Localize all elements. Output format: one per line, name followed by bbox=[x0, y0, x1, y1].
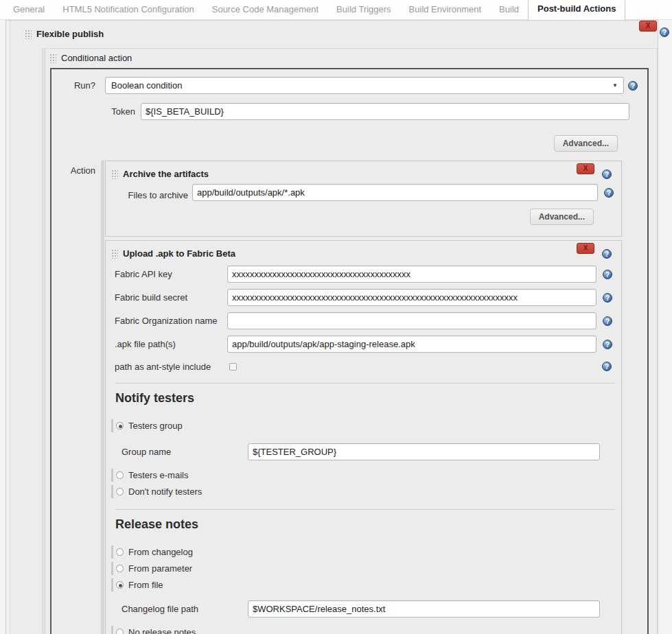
flexible-publish-title: Flexible publish bbox=[36, 29, 104, 39]
dont-notify-testers-label: Don't notify testers bbox=[128, 486, 202, 497]
tab-build[interactable]: Build bbox=[490, 0, 528, 19]
conditional-action-body: Run? Boolean condition ▼ ? Token Advance… bbox=[50, 68, 649, 634]
from-changelog-option: From changelog bbox=[111, 545, 621, 559]
from-file-radio[interactable] bbox=[116, 581, 124, 589]
drag-handle-icon[interactable] bbox=[24, 29, 32, 39]
testers-emails-option: Testers e-mails bbox=[111, 469, 621, 482]
config-tab-bar: General HTML5 Notification Configuration… bbox=[0, 0, 672, 20]
fabric-organization-name-input[interactable] bbox=[227, 312, 596, 329]
help-icon[interactable]: ? bbox=[628, 81, 638, 91]
delete-flexible-publish-button[interactable]: X bbox=[639, 21, 657, 32]
flexible-publish-section: X Flexible publish Conditional action Ru… bbox=[5, 20, 658, 634]
help-icon[interactable]: ? bbox=[604, 188, 614, 198]
fabric-beta-title: Upload .apk to Fabric Beta bbox=[123, 248, 235, 259]
apk-file-path-input[interactable] bbox=[227, 336, 596, 353]
from-parameter-radio[interactable] bbox=[116, 565, 124, 572]
drag-handle-icon[interactable] bbox=[111, 248, 118, 259]
action-list: X ? Archive the artifacts Files to archi… bbox=[101, 161, 623, 634]
drag-handle-icon[interactable] bbox=[49, 53, 56, 63]
from-parameter-label: From parameter bbox=[128, 563, 192, 574]
conditional-action-section: Conditional action Run? Boolean conditio… bbox=[42, 48, 658, 634]
from-changelog-radio[interactable] bbox=[116, 548, 124, 556]
archive-artifacts-title: Archive the artifacts bbox=[123, 169, 209, 179]
fabric-api-key-input[interactable] bbox=[227, 266, 596, 283]
tab-build-triggers[interactable]: Build Triggers bbox=[327, 0, 399, 19]
archive-artifacts-section: X ? Archive the artifacts Files to archi… bbox=[105, 161, 622, 237]
tab-build-environment[interactable]: Build Environment bbox=[400, 0, 491, 19]
advanced-button[interactable]: Advanced... bbox=[530, 209, 594, 225]
fabric-api-key-label: Fabric API key bbox=[115, 269, 227, 279]
dont-notify-testers-option: Don't notify testers bbox=[111, 485, 621, 498]
from-file-label: From file bbox=[128, 580, 163, 590]
delete-fabric-beta-button[interactable]: X bbox=[577, 243, 594, 254]
help-icon[interactable]: ? bbox=[602, 169, 612, 179]
divider bbox=[115, 509, 616, 510]
help-icon[interactable]: ? bbox=[660, 27, 669, 37]
group-name-input[interactable] bbox=[248, 443, 600, 460]
testers-group-option: Testers group bbox=[111, 419, 621, 432]
help-icon[interactable]: ? bbox=[602, 362, 612, 371]
conditional-action-title: Conditional action bbox=[61, 53, 132, 63]
chevron-down-icon: ▼ bbox=[612, 82, 618, 89]
release-notes-heading: Release notes bbox=[115, 517, 621, 532]
files-to-archive-input[interactable] bbox=[192, 184, 598, 201]
help-icon[interactable]: ? bbox=[603, 316, 612, 326]
fabric-beta-section: X ? Upload .apk to Fabric Beta Fabric AP… bbox=[105, 240, 622, 634]
token-input[interactable] bbox=[141, 103, 629, 120]
changelog-file-path-label: Changelog file path bbox=[121, 604, 248, 614]
no-release-notes-label: No release notes bbox=[128, 627, 196, 634]
testers-emails-label: Testers e-mails bbox=[128, 470, 188, 480]
apk-file-path-label: .apk file path(s) bbox=[115, 339, 227, 349]
dont-notify-testers-radio[interactable] bbox=[116, 488, 124, 495]
notify-testers-heading: Notify testers bbox=[115, 391, 621, 406]
help-icon[interactable]: ? bbox=[603, 270, 612, 279]
run-label: Run? bbox=[51, 80, 95, 91]
tab-source-code-management[interactable]: Source Code Management bbox=[203, 0, 327, 19]
help-icon[interactable]: ? bbox=[602, 249, 612, 259]
ant-style-include-checkbox[interactable] bbox=[229, 363, 237, 371]
fabric-organization-name-label: Fabric Organization name bbox=[115, 316, 227, 326]
testers-emails-radio[interactable] bbox=[116, 471, 124, 479]
action-label: Action bbox=[51, 161, 95, 176]
run-condition-value: Boolean condition bbox=[111, 80, 182, 91]
drag-handle-icon[interactable] bbox=[111, 169, 118, 179]
fabric-build-secret-label: Fabric build secret bbox=[115, 292, 227, 303]
tab-html5-notification-configuration[interactable]: HTML5 Notification Configuration bbox=[54, 0, 202, 19]
help-icon[interactable]: ? bbox=[603, 293, 612, 303]
advanced-button[interactable]: Advanced... bbox=[554, 135, 618, 152]
section-left-strip bbox=[43, 49, 45, 634]
section-left-strip bbox=[6, 21, 10, 634]
token-label: Token bbox=[51, 106, 135, 117]
testers-group-radio[interactable] bbox=[116, 422, 124, 430]
run-condition-select[interactable]: Boolean condition ▼ bbox=[105, 77, 624, 94]
files-to-archive-label: Files to archive bbox=[115, 185, 188, 200]
testers-group-label: Testers group bbox=[128, 421, 183, 431]
no-release-notes-radio[interactable] bbox=[116, 629, 124, 634]
group-name-label: Group name bbox=[121, 447, 248, 457]
from-changelog-label: From changelog bbox=[128, 547, 193, 557]
from-file-option: From file bbox=[111, 578, 621, 591]
from-parameter-option: From parameter bbox=[111, 562, 621, 575]
tab-general[interactable]: General bbox=[4, 0, 54, 19]
changelog-file-path-input[interactable] bbox=[248, 600, 600, 618]
help-icon[interactable]: ? bbox=[603, 340, 612, 349]
divider bbox=[115, 383, 616, 384]
delete-archive-artifacts-button[interactable]: X bbox=[577, 163, 594, 174]
ant-style-include-label: path as ant-style include bbox=[115, 362, 229, 372]
tab-post-build-actions[interactable]: Post-build Actions bbox=[528, 0, 625, 20]
fabric-build-secret-input[interactable] bbox=[227, 289, 596, 306]
no-release-notes-option: No release notes bbox=[111, 626, 621, 634]
